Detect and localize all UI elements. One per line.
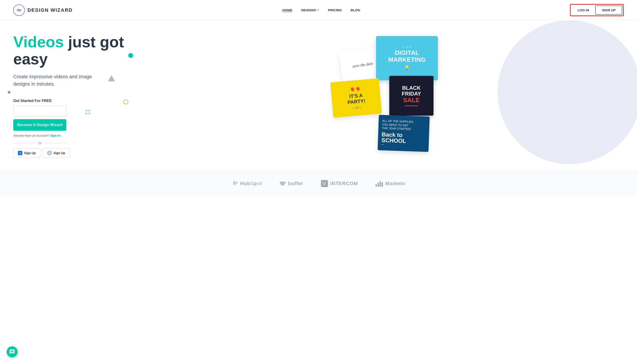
svg-rect-3 bbox=[233, 182, 235, 185]
card-backtoschool: ALL OF THE SUPPLIESYOU NEED TO GETTHE YE… bbox=[378, 115, 430, 152]
buffer-icon bbox=[280, 182, 286, 185]
svg-rect-6 bbox=[324, 182, 324, 185]
design-cards: save the date ✦ ✦ ✦ DIGITALMARKETING 💡 🎈… bbox=[305, 32, 447, 156]
social-buttons: f Sign Up G Sign Up bbox=[13, 148, 128, 158]
google-signup-button[interactable]: G Sign Up bbox=[43, 148, 70, 158]
hubspot-icon bbox=[232, 180, 238, 187]
signup-header-button[interactable]: SIGN UP bbox=[595, 6, 622, 14]
buffer-label: buffer bbox=[288, 181, 303, 186]
header: dw DESIGN WIZARD HOME DESIGNS ▼ PRICING … bbox=[0, 0, 637, 20]
hero-left: Videos just got easy Create impressive v… bbox=[13, 29, 128, 158]
logo[interactable]: dw DESIGN WIZARD bbox=[13, 4, 72, 16]
get-started-label: Get Started For FREE bbox=[13, 99, 128, 103]
partner-hubspot: HubSpot bbox=[232, 180, 262, 187]
facebook-signup-button[interactable]: f Sign Up bbox=[13, 148, 40, 158]
partner-buffer: buffer bbox=[280, 181, 303, 186]
signin-link[interactable]: Sign-In bbox=[50, 134, 60, 137]
svg-point-4 bbox=[234, 181, 235, 182]
login-button[interactable]: LOG IN bbox=[572, 6, 596, 14]
become-wizard-button[interactable]: Become A Design Wizard bbox=[13, 119, 66, 131]
logo-text: DESIGN WIZARD bbox=[28, 7, 72, 13]
hero-bg-circle bbox=[498, 20, 637, 164]
main-nav: HOME DESIGNS ▼ PRICING BLOG bbox=[282, 8, 360, 12]
card-digital-marketing: ✦ ✦ ✦ DIGITALMARKETING 💡 bbox=[376, 36, 438, 80]
google-icon: G bbox=[47, 151, 52, 155]
divider-line-right bbox=[44, 143, 66, 143]
divider-line-left bbox=[13, 143, 36, 143]
hero-right: save the date ✦ ✦ ✦ DIGITALMARKETING 💡 🎈… bbox=[128, 29, 624, 158]
hubspot-label: HubSpot bbox=[240, 181, 262, 186]
marketo-label: Marketo bbox=[385, 181, 405, 186]
hero-subtitle: Create impressive videos and image desig… bbox=[13, 73, 97, 88]
hero-title-highlight: Videos bbox=[13, 34, 64, 51]
hero-section: Videos just got easy Create impressive v… bbox=[0, 20, 637, 171]
partners-logos: HubSpot buffer INTERCOM Marke bbox=[0, 171, 637, 196]
hero-title: Videos just got easy bbox=[13, 34, 128, 68]
nav-home[interactable]: HOME bbox=[282, 8, 292, 12]
card-blackfriday: BLACKFRIDAY SALE bbox=[389, 76, 434, 116]
svg-rect-8 bbox=[323, 185, 326, 185]
already-account-text: Already have an Account? Sign-In bbox=[13, 134, 128, 137]
header-auth-buttons: LOG IN SIGN UP bbox=[570, 4, 624, 16]
card-party: 🎈🎈 IT'S APARTY! — 12 — bbox=[330, 78, 382, 118]
or-text: Or bbox=[38, 141, 42, 145]
partner-intercom: INTERCOM bbox=[321, 180, 358, 187]
or-divider: Or bbox=[13, 141, 66, 145]
partner-marketo: Marketo bbox=[376, 180, 405, 187]
email-field[interactable] bbox=[13, 106, 66, 116]
chevron-down-icon: ▼ bbox=[317, 9, 319, 11]
intercom-label: INTERCOM bbox=[330, 181, 358, 186]
facebook-icon: f bbox=[18, 151, 22, 155]
logo-initials: dw bbox=[17, 8, 21, 12]
nav-pricing[interactable]: PRICING bbox=[328, 8, 342, 12]
nav-designs[interactable]: DESIGNS ▼ bbox=[301, 8, 319, 12]
decorative-diamond bbox=[8, 91, 10, 94]
svg-rect-7 bbox=[325, 182, 326, 184]
nav-blog[interactable]: BLOG bbox=[350, 8, 360, 12]
marketo-icon bbox=[376, 180, 383, 187]
svg-rect-2 bbox=[236, 183, 236, 185]
logo-circle: dw bbox=[13, 4, 25, 16]
intercom-icon bbox=[321, 180, 328, 187]
svg-rect-5 bbox=[323, 182, 323, 184]
